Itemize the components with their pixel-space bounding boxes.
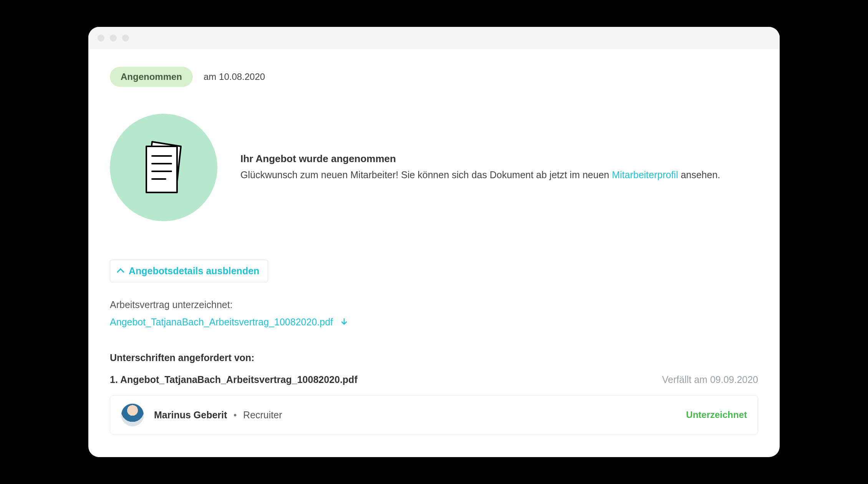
signature-doc-index: 1. (110, 374, 118, 385)
signature-expiry-date: 09.09.2020 (710, 374, 758, 385)
signer-name: Marinus Geberit (154, 409, 227, 420)
documents-svg (131, 135, 196, 200)
chevron-up-icon (117, 268, 124, 276)
hero-body-after: ansehen. (678, 169, 720, 180)
avatar (121, 403, 144, 426)
signature-doc-filename: Angebot_TatjanaBach_Arbeitsvertrag_10082… (120, 374, 358, 385)
signer-text: Marinus Geberit • Recruiter (154, 409, 282, 421)
contract-file-name: Angebot_TatjanaBach_Arbeitsvertrag_10082… (110, 317, 333, 328)
signer-status: Unterzeichnet (686, 409, 747, 420)
hero-text: Ihr Angebot wurde angenommen Glückwunsch… (240, 153, 720, 182)
contract-file-link[interactable]: Angebot_TatjanaBach_Arbeitsvertrag_10082… (110, 317, 348, 328)
download-icon (340, 318, 348, 327)
employee-profile-link[interactable]: Mitarbeiterprofil (612, 169, 678, 180)
documents-icon (110, 114, 217, 221)
hero-body-before: Glückwunsch zum neuen Mitarbeiter! Sie k… (240, 169, 612, 180)
contract-section-label: Arbeitsvertrag unterzeichnet: (110, 299, 758, 310)
status-date: am 10.08.2020 (204, 71, 265, 82)
status-date-value: 10.08.2020 (219, 71, 265, 82)
status-pill: Angenommen (110, 67, 193, 87)
hero-body: Glückwunsch zum neuen Mitarbeiter! Sie k… (240, 168, 720, 182)
window-titlebar (88, 27, 780, 49)
bullet-separator: • (230, 410, 240, 420)
signer-info: Marinus Geberit • Recruiter (121, 403, 282, 426)
status-row: Angenommen am 10.08.2020 (110, 67, 758, 87)
window-close-dot[interactable] (98, 35, 104, 41)
signatures-header: Unterschriften angefordert von: (110, 352, 758, 363)
window-minimize-dot[interactable] (110, 35, 117, 41)
signature-doc-name: 1. Angebot_TatjanaBach_Arbeitsvertrag_10… (110, 374, 358, 385)
window-maximize-dot[interactable] (122, 35, 129, 41)
signature-expiry: Verfällt am 09.09.2020 (662, 374, 758, 385)
signer-role: Recruiter (243, 409, 282, 420)
signature-doc-row: 1. Angebot_TatjanaBach_Arbeitsvertrag_10… (110, 374, 758, 385)
toggle-details-button[interactable]: Angebotsdetails ausblenden (110, 260, 268, 282)
content-area: Angenommen am 10.08.2020 (88, 49, 780, 434)
app-window: Angenommen am 10.08.2020 (88, 27, 780, 457)
hero-title: Ihr Angebot wurde angenommen (240, 153, 720, 165)
hero-section: Ihr Angebot wurde angenommen Glückwunsch… (110, 114, 758, 221)
status-date-prefix: am (204, 71, 216, 82)
signature-expiry-prefix: Verfällt am (662, 374, 707, 385)
toggle-details-label: Angebotsdetails ausblenden (129, 265, 259, 277)
signer-card: Marinus Geberit • Recruiter Unterzeichne… (110, 395, 758, 434)
